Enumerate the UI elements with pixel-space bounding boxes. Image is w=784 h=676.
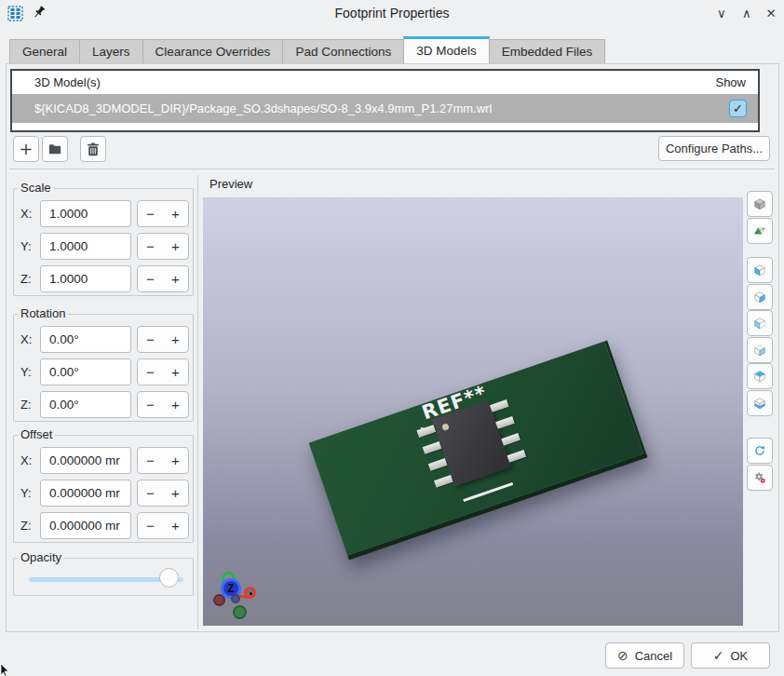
scale-y-input[interactable]	[40, 233, 131, 260]
rotation-y-label: Y:	[20, 365, 32, 379]
scale-z-decrement-button[interactable]: −	[138, 266, 163, 291]
offset-x-spinner: − +	[137, 447, 189, 474]
tab-embedded-files[interactable]: Embedded Files	[490, 39, 606, 64]
chip-lead	[495, 416, 515, 429]
view-top-button[interactable]	[747, 363, 773, 389]
view-back-button[interactable]	[747, 337, 773, 363]
board-plane-button[interactable]	[747, 218, 773, 244]
gears-icon	[753, 468, 766, 487]
view-front-button[interactable]	[747, 310, 773, 336]
rotation-x-decrement-button[interactable]: −	[138, 327, 163, 352]
scale-x-input[interactable]	[40, 200, 131, 227]
offset-z-spinner: − +	[137, 512, 189, 539]
offset-z-label: Z:	[20, 519, 32, 533]
isometric-view-button[interactable]	[747, 191, 773, 217]
scale-y-decrement-button[interactable]: −	[138, 234, 163, 259]
titlebar: Footprint Properties ∨ ∧ ✕	[0, 0, 784, 26]
delete-model-button[interactable]	[80, 136, 106, 162]
offset-x-input[interactable]	[40, 447, 131, 474]
offset-x-increment-button[interactable]: +	[163, 448, 188, 473]
rotation-y-increment-button[interactable]: +	[163, 359, 188, 385]
view-right-button[interactable]	[747, 284, 773, 310]
rotation-y-input[interactable]	[40, 358, 131, 385]
cancel-label: Cancel	[635, 649, 672, 663]
preview-3d-viewport[interactable]: REF** Z	[203, 197, 743, 626]
scale-z-input[interactable]	[40, 265, 131, 292]
panel-splitter[interactable]	[197, 175, 198, 629]
axis-y-negative	[233, 605, 247, 619]
rotation-z-decrement-button[interactable]: −	[138, 392, 163, 417]
offset-z-decrement-button[interactable]: −	[138, 513, 163, 538]
footprint-properties-dialog: Footprint Properties ∨ ∧ ✕ General Layer…	[0, 0, 784, 676]
ok-button[interactable]: ✓ OK	[691, 642, 770, 669]
rotation-legend: Rotation	[18, 306, 68, 320]
rotation-y-spinner: − +	[137, 358, 189, 385]
chip-lead	[423, 441, 442, 454]
scale-z-label: Z:	[20, 272, 32, 286]
preview-settings-button[interactable]	[747, 465, 773, 491]
add-model-button[interactable]	[13, 136, 39, 162]
plus-icon	[20, 142, 33, 156]
close-window-button[interactable]: ✕	[761, 3, 781, 23]
cube-bottom-face-icon	[753, 394, 766, 412]
view-bottom-button[interactable]	[747, 390, 773, 416]
scale-z-increment-button[interactable]: +	[163, 266, 188, 291]
green-plane-icon	[753, 222, 766, 240]
offset-z-increment-button[interactable]: +	[163, 513, 188, 538]
tab-pad-connections[interactable]: Pad Connections	[283, 39, 404, 64]
tab-clearance-overrides[interactable]: Clearance Overrides	[143, 39, 284, 64]
browse-model-button[interactable]	[42, 136, 68, 162]
rotation-z-increment-button[interactable]: +	[163, 392, 188, 417]
configure-paths-button[interactable]: Configure Paths...	[658, 136, 770, 161]
folder-icon	[48, 142, 61, 155]
offset-y-increment-button[interactable]: +	[163, 480, 188, 506]
offset-x-label: X:	[20, 453, 32, 467]
preview-legend: Preview	[210, 177, 252, 191]
offset-y-label: Y:	[20, 486, 32, 500]
chip-lead	[490, 399, 509, 412]
tab-layers[interactable]: Layers	[80, 39, 143, 64]
model-row[interactable]: ${KICAD8_3DMODEL_DIR}/Package_SO.3dshape…	[12, 94, 758, 123]
axis-z-negative	[231, 594, 240, 603]
opacity-slider-thumb[interactable]	[159, 568, 179, 588]
scale-z-spinner: − +	[137, 265, 189, 292]
rotation-group: Rotation X: − + Y: − + Z: − +	[13, 314, 194, 422]
ok-label: OK	[730, 649, 748, 663]
reload-view-button[interactable]	[747, 438, 773, 464]
chip-lead	[428, 458, 448, 471]
silkscreen-line	[463, 482, 513, 502]
refresh-icon	[753, 441, 766, 460]
column-header-show: Show	[715, 71, 746, 94]
offset-y-spinner: − +	[137, 480, 189, 507]
gray-cube-icon	[753, 195, 766, 213]
tab-3d-models[interactable]: 3D Models	[403, 36, 490, 64]
shade-window-button[interactable]: ∨	[711, 3, 732, 23]
scale-x-decrement-button[interactable]: −	[138, 201, 163, 226]
maximize-window-button[interactable]: ∧	[737, 3, 757, 23]
offset-y-input[interactable]	[40, 480, 131, 507]
offset-legend: Offset	[18, 427, 55, 441]
rotation-x-input[interactable]	[40, 326, 131, 353]
cancel-button[interactable]: ⊘ Cancel	[605, 642, 684, 669]
model-show-checkbox[interactable]: ✓	[729, 100, 747, 117]
offset-z-input[interactable]	[40, 512, 131, 539]
tab-bar: General Layers Clearance Overrides Pad C…	[9, 38, 605, 64]
cube-back-face-icon	[753, 341, 766, 359]
scale-legend: Scale	[18, 181, 54, 195]
tab-general[interactable]: General	[9, 39, 80, 64]
model-list: 3D Model(s) Show ${KICAD8_3DMODEL_DIR}/P…	[10, 69, 760, 132]
rotation-y-decrement-button[interactable]: −	[138, 359, 163, 385]
cube-front-face-icon	[753, 314, 766, 332]
pcb-board: REF**	[309, 340, 648, 560]
offset-x-decrement-button[interactable]: −	[138, 448, 163, 473]
scale-y-label: Y:	[20, 239, 32, 253]
offset-y-decrement-button[interactable]: −	[138, 480, 163, 506]
scale-x-increment-button[interactable]: +	[163, 201, 188, 226]
rotation-x-increment-button[interactable]: +	[163, 327, 188, 352]
offset-group: Offset X: − + Y: − + Z: − +	[13, 435, 194, 543]
rotation-z-input[interactable]	[40, 391, 131, 418]
view-left-button[interactable]	[747, 257, 773, 283]
window-title: Footprint Properties	[0, 0, 784, 26]
scale-y-increment-button[interactable]: +	[163, 234, 188, 259]
rotation-z-spinner: − +	[137, 391, 189, 418]
